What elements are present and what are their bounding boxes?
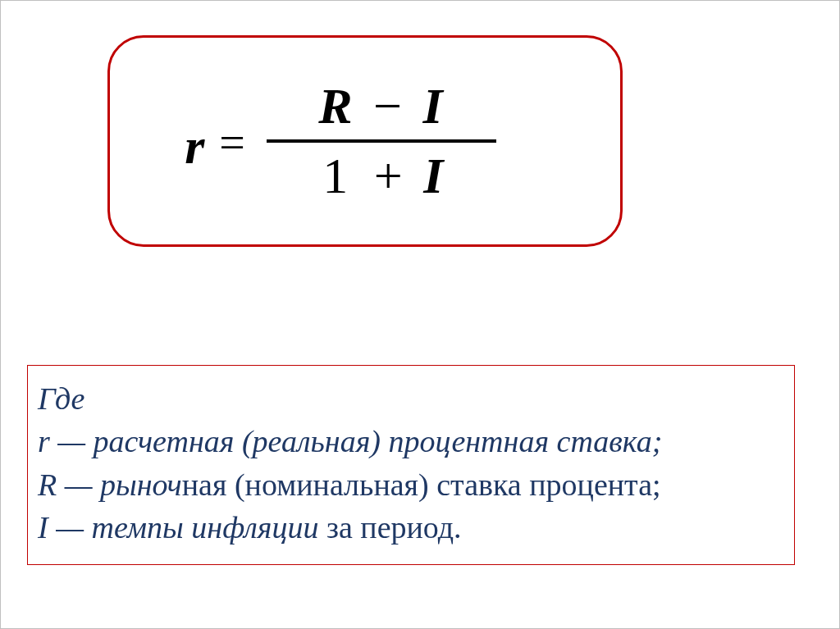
fraction-bar <box>267 139 496 143</box>
legend-line-big-r: R — рыночная (номинальная) ставка процен… <box>38 463 784 506</box>
slide: r = R − I 1 + I Где r — расчетная ( <box>0 0 840 629</box>
legend-box: Где r — расчетная (реальная) процентная … <box>27 365 795 565</box>
desc-i: за период. <box>318 510 461 545</box>
legend-line-i: I — темпы инфляции за период. <box>38 506 784 549</box>
desc-r: расчетная (реальная) процентная ставка; <box>94 424 663 458</box>
formula-lhs: r <box>185 117 204 175</box>
var-r: r — <box>38 424 94 458</box>
numerator-right: I <box>422 78 444 134</box>
desc-big-r: ная (номинальная) ставка процента; <box>182 467 661 502</box>
numerator-op: − <box>368 78 409 134</box>
denominator-right: I <box>423 148 445 203</box>
equals-sign: = <box>219 116 245 169</box>
var-big-r: R — рыноч <box>38 467 182 502</box>
numerator-left: R <box>318 78 354 134</box>
denominator-left: 1 <box>317 148 354 203</box>
denominator-op: + <box>369 148 409 203</box>
var-i: I — темпы инфляции <box>38 510 318 545</box>
formula: r = R − I 1 + I <box>185 78 496 204</box>
denominator: 1 + I <box>309 148 453 204</box>
legend-where: Где <box>38 377 784 420</box>
numerator: R − I <box>310 78 452 134</box>
formula-box: r = R − I 1 + I <box>107 35 623 247</box>
fraction: R − I 1 + I <box>267 78 496 204</box>
where-label: Где <box>38 381 84 416</box>
legend-line-r: r — расчетная (реальная) процентная став… <box>38 420 784 463</box>
